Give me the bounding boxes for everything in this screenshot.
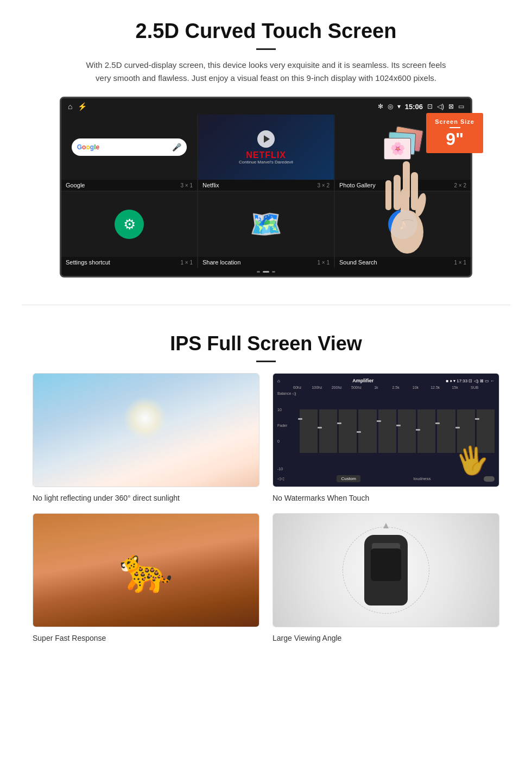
gallery-name: Photo Gallery (339, 182, 376, 188)
sun-glow (123, 396, 167, 440)
bluetooth-icon: ✻ (378, 103, 383, 110)
section-divider-hr (22, 305, 510, 305)
badge-divider (449, 127, 460, 128)
share-size: 1 × 1 (317, 260, 330, 266)
eq-thumb-6 (396, 425, 401, 426)
sound-size: 1 × 1 (454, 260, 466, 266)
app-cell-share[interactable]: 🗺️ Share location 1 × 1 (198, 192, 334, 268)
status-bar: ⌂ ⚡ ✻ ◎ ▾ 15:06 ⊡ ◁) ⊠ ▭ (61, 98, 471, 115)
eq-thumb-10 (475, 418, 479, 420)
status-time: 15:06 (405, 103, 423, 111)
ips-caption-3: Super Fast Response (33, 634, 259, 642)
section1-description: With 2.5D curved-display screen, this de… (81, 59, 451, 85)
ips-caption-4: Large Viewing Angle (273, 634, 499, 642)
settings-size: 1 × 1 (180, 260, 193, 266)
google-mic-icon: 🎤 (172, 143, 181, 152)
eq-sliders: 🖐 (300, 392, 495, 471)
amp-home-icon: ⌂ (277, 379, 280, 383)
eq-col-3 (339, 409, 357, 453)
usb-icon: ⚡ (78, 102, 87, 111)
settings-name: Settings shortcut (66, 259, 110, 266)
flower-icon: 🌸 (390, 142, 405, 156)
gallery-label: Photo Gallery 2 × 2 (335, 180, 471, 191)
dot-3 (272, 271, 275, 273)
section1-title: 2.5D Curved Touch Screen (33, 20, 499, 43)
amp-eq-section: Balance ◁) 10 Fader 0 -10 (277, 392, 495, 471)
eq-col-2 (319, 409, 337, 453)
eq-col-4 (358, 409, 376, 453)
settings-label: Settings shortcut 1 × 1 (61, 257, 197, 268)
share-name: Share location (202, 259, 240, 266)
sound-icon-bg: ♪ (388, 210, 417, 239)
section-ips: IPS Full Screen View No light reflecting… (0, 321, 532, 659)
maps-icon: 🗺️ (250, 209, 282, 239)
eq-thumb-3 (337, 422, 341, 424)
share-content: 🗺️ (198, 192, 334, 257)
gear-icon: ⚙ (123, 216, 136, 233)
badge-size: 9" (435, 130, 474, 148)
amp-custom-button[interactable]: Custom (337, 475, 360, 482)
screen-size-badge: Screen Size 9" (426, 113, 483, 153)
camera-icon: ⊡ (427, 103, 433, 110)
photo-card-3: 🌸 (384, 138, 411, 160)
eq-col-6 (398, 409, 416, 453)
google-content: Google 🎤 (61, 115, 197, 180)
cheetah-image: 🐆 (33, 514, 259, 627)
amp-loudness-label: loudness (414, 476, 431, 481)
section2-title: IPS Full Screen View (33, 332, 499, 355)
window-icon: ▭ (458, 103, 464, 110)
badge-label: Screen Size (435, 118, 474, 125)
ips-item-sunlight: No light reflecting under 360° direct su… (33, 373, 259, 502)
close-icon: ⊠ (448, 103, 454, 110)
car-top-view-image (273, 514, 499, 627)
dot-1 (257, 271, 260, 273)
location-icon: ◎ (388, 103, 393, 110)
netflix-name: Netflix (202, 182, 219, 188)
eq-thumb-7 (416, 429, 420, 431)
sound-content: ♪ (335, 192, 471, 257)
ips-image-sunlight (33, 373, 259, 487)
eq-thumb-4 (357, 431, 361, 433)
amp-back-icons: ◁◁ (277, 476, 284, 481)
car-body (364, 535, 408, 605)
netflix-size: 3 × 2 (317, 182, 330, 188)
sound-name: Sound Search (339, 259, 377, 266)
amp-title: Amplifier (352, 378, 373, 383)
google-name: Google (66, 182, 85, 188)
ips-item-amplifier: ⌂ Amplifier ■ ♦ ▾ 17:33 ⊡ ◁) ⊠ ▭ ← 60hz … (273, 373, 499, 502)
app-grid: Google 🎤 Google 3 × 1 (61, 115, 471, 268)
car-roof (371, 548, 401, 581)
cheetah-icon: 🐆 (119, 545, 173, 596)
app-cell-netflix[interactable]: NETFLIX Continue Marvel's Daredevil Netf… (198, 115, 334, 191)
touch-hand-icon: 🖐 (453, 442, 491, 479)
app-cell-sound[interactable]: ♪ Sound Search 1 × 1 (335, 192, 471, 268)
amp-toggle[interactable] (484, 476, 495, 482)
amp-freq-labels: 60hz 100hz 200hz 500hz 1k 2.5k 10k 12.5k… (277, 386, 495, 389)
eq-thumb-8 (435, 422, 440, 424)
status-right: ✻ ◎ ▾ 15:06 ⊡ ◁) ⊠ ▭ (378, 103, 464, 111)
gallery-size: 2 × 2 (454, 182, 466, 188)
home-icon[interactable]: ⌂ (68, 102, 72, 111)
google-search-bar[interactable]: Google 🎤 (72, 138, 187, 156)
ips-caption-2: No Watermarks When Touch (273, 494, 499, 502)
eq-col-8 (437, 409, 455, 453)
device-screen: ⌂ ⚡ ✻ ◎ ▾ 15:06 ⊡ ◁) ⊠ ▭ (60, 97, 472, 277)
amplifier-screen: ⌂ Amplifier ■ ♦ ▾ 17:33 ⊡ ◁) ⊠ ▭ ← 60hz … (273, 374, 499, 487)
ips-image-car (273, 513, 499, 627)
eq-col-7 (417, 409, 435, 453)
eq-thumb-5 (377, 420, 381, 422)
volume-icon: ◁) (437, 103, 444, 110)
car-top-view (364, 535, 408, 605)
app-cell-google[interactable]: Google 🎤 Google 3 × 1 (61, 115, 197, 191)
google-label: Google 3 × 1 (61, 180, 197, 191)
netflix-play-button[interactable] (257, 130, 275, 148)
section-curved-touch: 2.5D Curved Touch Screen With 2.5D curve… (0, 0, 532, 288)
settings-icon-bg: ⚙ (115, 210, 144, 239)
share-label: Share location 1 × 1 (198, 257, 334, 268)
amp-side-labels: Balance ◁) 10 Fader 0 -10 (277, 392, 297, 471)
google-size: 3 × 1 (180, 182, 193, 188)
music-note-icon: ♪ (399, 216, 407, 233)
app-cell-settings[interactable]: ⚙ Settings shortcut 1 × 1 (61, 192, 197, 268)
amp-topbar: ⌂ Amplifier ■ ♦ ▾ 17:33 ⊡ ◁) ⊠ ▭ ← (277, 378, 495, 383)
netflix-logo: NETFLIX (246, 151, 286, 160)
